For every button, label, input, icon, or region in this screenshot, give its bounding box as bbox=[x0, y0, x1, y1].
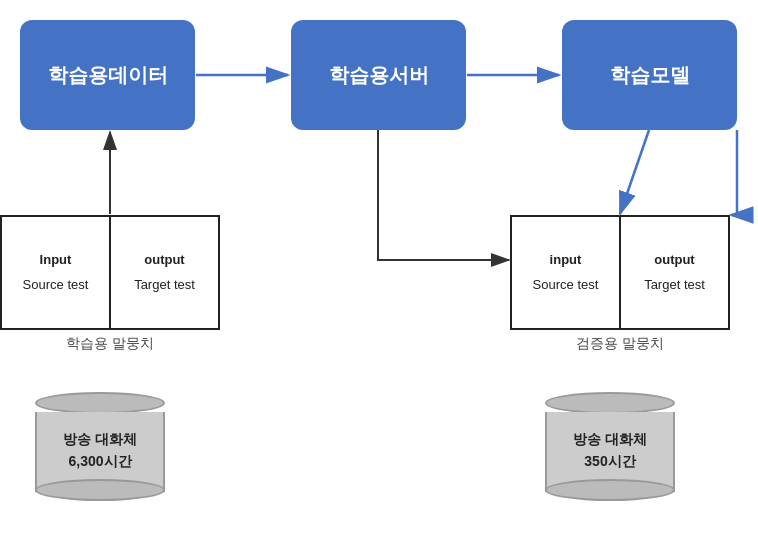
right-cylinder-bottom bbox=[545, 479, 675, 501]
train-output-cell: output Target test bbox=[111, 217, 218, 328]
left-cylinder-body: 방송 대화체 6,300시간 bbox=[35, 412, 165, 492]
diagram: 학습용데이터 학습용서버 학습모델 Input Source test outp… bbox=[0, 0, 758, 555]
arrow-model-validate-down bbox=[620, 130, 649, 214]
model-box: 학습모델 bbox=[562, 20, 737, 130]
validate-output-cell: output Target test bbox=[621, 217, 728, 328]
arrow-model-validate-right bbox=[731, 130, 737, 215]
train-panel: Input Source test output Target test bbox=[0, 215, 220, 330]
connector-server-validate bbox=[378, 130, 508, 260]
right-cylinder-body: 방송 대화체 350시간 bbox=[545, 412, 675, 492]
right-cylinder: 방송 대화체 350시간 bbox=[545, 390, 675, 492]
left-cylinder: 방송 대화체 6,300시간 bbox=[35, 390, 165, 492]
train-panel-label: 학습용 말뭉치 bbox=[0, 335, 220, 353]
validate-panel: input Source test output Target test bbox=[510, 215, 730, 330]
right-cylinder-top bbox=[545, 392, 675, 414]
left-cylinder-top bbox=[35, 392, 165, 414]
left-cylinder-bottom bbox=[35, 479, 165, 501]
validate-input-cell: input Source test bbox=[512, 217, 621, 328]
data-box: 학습용데이터 bbox=[20, 20, 195, 130]
train-input-cell: Input Source test bbox=[2, 217, 111, 328]
server-box: 학습용서버 bbox=[291, 20, 466, 130]
validate-panel-label: 검증용 말뭉치 bbox=[510, 335, 730, 353]
